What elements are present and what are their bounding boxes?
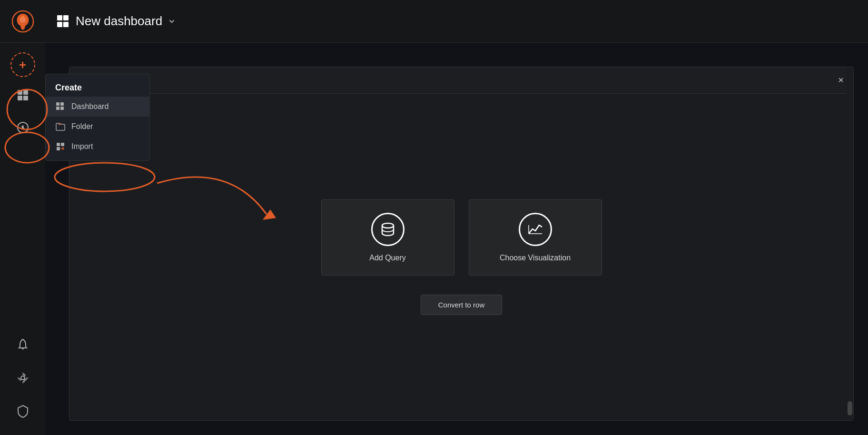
sidebar-bottom	[9, 235, 37, 425]
folder-menu-label: Folder	[71, 122, 93, 131]
svg-rect-10	[57, 22, 62, 27]
create-menu-item-folder[interactable]: Folder	[46, 117, 149, 137]
dashboard-menu-icon	[55, 101, 66, 112]
close-panel-modal-button[interactable]: ×	[838, 75, 844, 86]
dashboard-title-dropdown[interactable]: New dashboard	[76, 14, 176, 29]
dropdown-arrow-icon	[168, 18, 176, 25]
svg-rect-18	[60, 102, 64, 106]
add-query-label: Add Query	[369, 254, 405, 262]
svg-point-7	[21, 376, 25, 380]
sidebar-item-settings[interactable]	[9, 364, 37, 392]
folder-menu-icon	[55, 121, 66, 132]
svg-rect-22	[61, 143, 64, 146]
plus-icon: +	[19, 58, 26, 72]
svg-rect-9	[63, 15, 69, 20]
svg-rect-3	[23, 90, 28, 95]
sidebar-item-create[interactable]: +	[10, 52, 35, 77]
svg-rect-2	[18, 90, 22, 95]
topbar-title-area: New dashboard	[57, 14, 176, 29]
grid-icon	[17, 89, 29, 101]
sidebar-item-alerting[interactable]	[9, 330, 37, 359]
compass-icon	[17, 121, 29, 134]
svg-rect-8	[57, 15, 62, 20]
sidebar-item-dashboards[interactable]	[9, 81, 37, 109]
create-menu-item-import[interactable]: Import	[46, 137, 149, 157]
create-dropdown-menu: Create Dashboard Folder	[45, 74, 150, 161]
choose-visualization-label: Choose Visualization	[500, 254, 571, 262]
grafana-logo-icon	[11, 10, 34, 33]
panel-options-row: Add Query Choose Visualization	[321, 199, 602, 276]
shield-icon	[17, 405, 29, 418]
app-logo[interactable]	[0, 0, 45, 43]
svg-rect-4	[18, 96, 22, 100]
svg-rect-5	[23, 96, 28, 100]
convert-to-row-button[interactable]: Convert to row	[421, 295, 503, 315]
svg-rect-19	[56, 107, 59, 110]
new-panel-modal: New Panel × Add Query	[69, 67, 854, 421]
dashboard-title-text: New dashboard	[76, 14, 162, 29]
add-query-option[interactable]: Add Query	[321, 199, 454, 276]
sidebar-item-explore[interactable]	[9, 113, 37, 142]
import-menu-icon	[55, 141, 66, 152]
choose-visualization-icon	[519, 213, 552, 246]
svg-rect-11	[63, 22, 69, 27]
scrollbar-track[interactable]	[847, 67, 853, 420]
dashboard-grid-icon	[57, 15, 70, 28]
topbar: New dashboard	[45, 0, 868, 43]
sidebar: +	[0, 0, 45, 435]
sidebar-nav: +	[0, 43, 45, 142]
svg-point-16	[382, 223, 394, 228]
import-menu-label: Import	[71, 142, 93, 151]
svg-rect-23	[57, 147, 60, 150]
svg-rect-17	[56, 102, 59, 106]
panel-modal-header: New Panel ×	[69, 67, 853, 94]
create-menu-item-dashboard[interactable]: Dashboard	[46, 97, 149, 117]
svg-rect-20	[60, 107, 64, 110]
main-content: New Panel × Add Query	[45, 43, 868, 435]
sidebar-item-shield[interactable]	[9, 397, 37, 425]
choose-visualization-option[interactable]: Choose Visualization	[469, 199, 602, 276]
bell-icon	[17, 338, 29, 351]
dashboard-menu-label: Dashboard	[71, 102, 108, 111]
svg-rect-21	[57, 143, 60, 146]
scrollbar-thumb[interactable]	[848, 401, 852, 415]
add-query-icon	[371, 213, 404, 246]
gear-icon	[17, 372, 29, 384]
panel-modal-body: Add Query Choose Visualization Co	[69, 94, 853, 420]
create-menu-title: Create	[46, 78, 149, 97]
